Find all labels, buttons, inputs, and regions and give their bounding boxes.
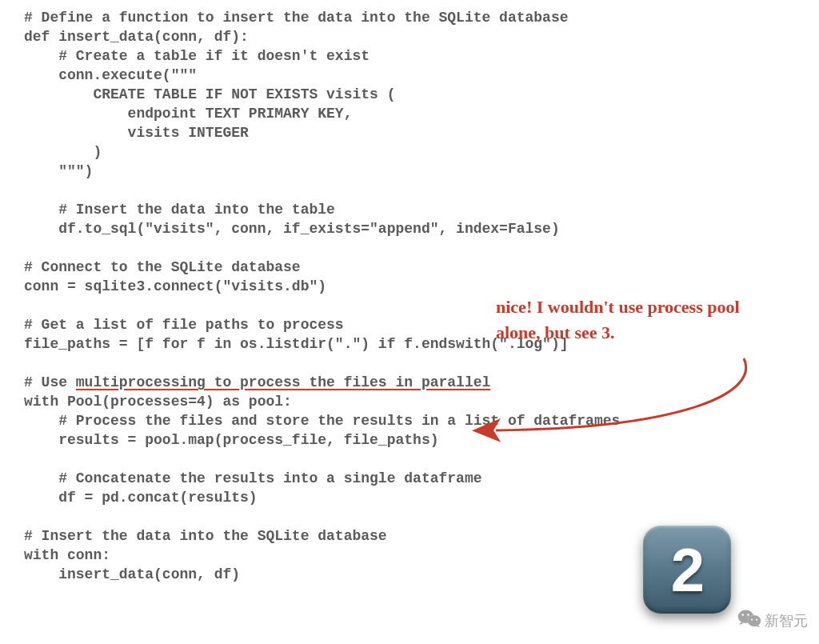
code-line: conn.execute(""" <box>24 67 197 83</box>
svg-point-3 <box>741 614 744 616</box>
number-badge: 2 <box>643 526 731 614</box>
svg-point-4 <box>747 614 749 616</box>
code-line: df.to_sql("visits", conn, if_exists="app… <box>24 221 560 237</box>
code-line: df = pd.concat(results) <box>24 490 258 506</box>
svg-point-2 <box>748 615 761 626</box>
code-line: visits INTEGER <box>24 125 249 141</box>
svg-point-6 <box>756 618 757 620</box>
badge-number: 2 <box>671 535 703 605</box>
code-line: # Get a list of file paths to process <box>24 317 344 333</box>
code-line: # Insert the data into the SQLite databa… <box>24 528 387 544</box>
code-line: with Pool(processes=4) as pool: <box>24 394 292 410</box>
code-line: file_paths = [f for f in os.listdir(".")… <box>24 336 569 352</box>
code-line: results = pool.map(process_file, file_pa… <box>24 432 438 448</box>
watermark-text: 新智元 <box>765 611 808 630</box>
code-line: # Insert the data into the table <box>24 202 335 218</box>
code-line: # Use multiprocessing to process the fil… <box>24 374 490 390</box>
wechat-watermark: 新智元 <box>737 608 808 633</box>
code-line: ) <box>24 144 102 160</box>
code-line: # Connect to the SQLite database <box>24 259 301 275</box>
svg-point-5 <box>751 618 753 620</box>
code-line: CREATE TABLE IF NOT EXISTS visits ( <box>24 86 395 102</box>
code-line: # Define a function to insert the data i… <box>24 10 569 26</box>
code-line: with conn: <box>24 547 110 563</box>
code-text: # Use <box>24 374 76 390</box>
underlined-text: multiprocessing to process the files in … <box>76 374 490 390</box>
code-line: # Process the files and store the result… <box>24 413 620 429</box>
handwritten-annotation: nice! I wouldn't use process pool alone,… <box>496 294 776 346</box>
code-line: """) <box>24 163 93 179</box>
code-line: endpoint TEXT PRIMARY KEY, <box>24 106 352 122</box>
code-line: conn = sqlite3.connect("visits.db") <box>24 278 326 294</box>
code-line: def insert_data(conn, df): <box>24 29 249 45</box>
code-line: # Concatenate the results into a single … <box>24 470 482 486</box>
code-line: insert_data(conn, df) <box>24 566 240 582</box>
code-line: # Create a table if it doesn't exist <box>24 48 370 64</box>
wechat-icon <box>737 608 761 633</box>
